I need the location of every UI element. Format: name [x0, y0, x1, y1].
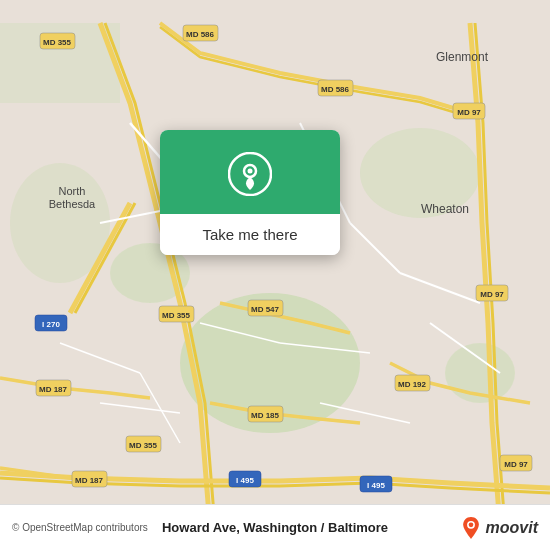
svg-text:MD 355: MD 355 [162, 311, 191, 320]
svg-text:MD 586: MD 586 [186, 30, 215, 39]
map-container: MD 355 MD 586 MD 586 MD 97 MD 97 MD 97 M… [0, 0, 550, 550]
svg-text:MD 355: MD 355 [129, 441, 158, 450]
svg-text:MD 547: MD 547 [251, 305, 280, 314]
popup-top [160, 130, 340, 214]
svg-text:MD 355: MD 355 [43, 38, 72, 47]
moovit-logo: moovit [460, 517, 538, 539]
bottom-bar: © OpenStreetMap contributors Howard Ave,… [0, 504, 550, 550]
location-name: Howard Ave, Washington / Baltimore [162, 520, 388, 535]
attribution-text: © OpenStreetMap contributors [12, 522, 148, 533]
moovit-brand-text: moovit [486, 519, 538, 537]
popup-card: Take me there [160, 130, 340, 255]
svg-text:Wheaton: Wheaton [421, 202, 469, 216]
svg-text:I 495: I 495 [236, 476, 254, 485]
svg-point-62 [468, 522, 473, 527]
svg-text:North: North [59, 185, 86, 197]
svg-text:I 270: I 270 [42, 320, 60, 329]
svg-text:Bethesda: Bethesda [49, 198, 96, 210]
svg-text:Glenmont: Glenmont [436, 50, 489, 64]
svg-text:MD 187: MD 187 [39, 385, 68, 394]
svg-text:I 495: I 495 [367, 481, 385, 490]
svg-text:MD 586: MD 586 [321, 85, 350, 94]
svg-text:MD 187: MD 187 [75, 476, 104, 485]
svg-text:MD 97: MD 97 [457, 108, 481, 117]
take-me-there-button[interactable]: Take me there [160, 214, 340, 255]
svg-text:MD 192: MD 192 [398, 380, 427, 389]
svg-text:MD 97: MD 97 [480, 290, 504, 299]
svg-text:MD 97: MD 97 [504, 460, 528, 469]
moovit-pin-icon [460, 517, 482, 539]
location-pin-icon [228, 152, 272, 196]
map-background: MD 355 MD 586 MD 586 MD 97 MD 97 MD 97 M… [0, 0, 550, 550]
svg-point-60 [248, 169, 253, 174]
svg-text:MD 185: MD 185 [251, 411, 280, 420]
